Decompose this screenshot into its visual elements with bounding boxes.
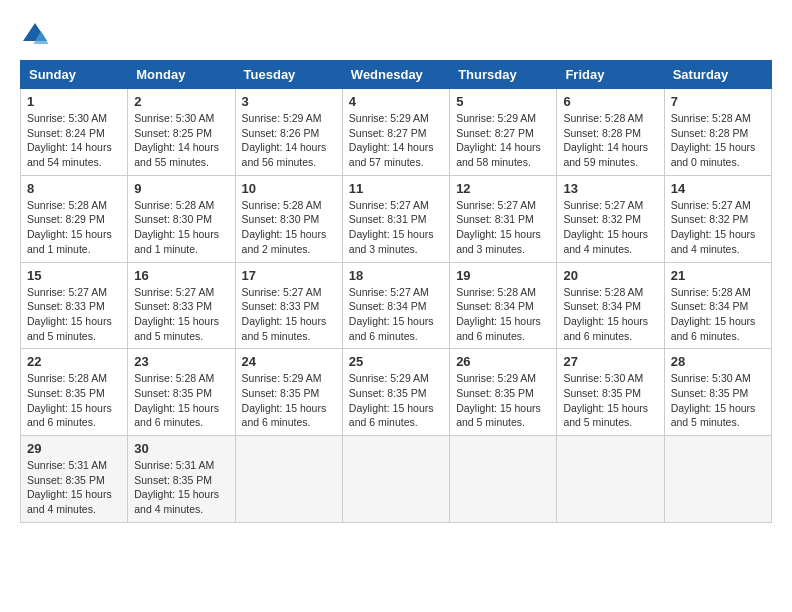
cell-line: and 3 minutes. — [456, 242, 550, 257]
cell-line: and 1 minute. — [134, 242, 228, 257]
cell-line: and 4 minutes. — [563, 242, 657, 257]
calendar-cell: 6Sunrise: 5:28 AMSunset: 8:28 PMDaylight… — [557, 89, 664, 176]
cell-line: and 5 minutes. — [27, 329, 121, 344]
logo-icon — [20, 20, 50, 50]
calendar-cell — [664, 436, 771, 523]
cell-line: Daylight: 15 hours — [134, 314, 228, 329]
cell-line: Sunrise: 5:27 AM — [27, 285, 121, 300]
weekday-header-thursday: Thursday — [450, 61, 557, 89]
cell-line: and 6 minutes. — [563, 329, 657, 344]
cell-content: Sunrise: 5:28 AMSunset: 8:29 PMDaylight:… — [27, 198, 121, 257]
cell-line: Daylight: 15 hours — [242, 401, 336, 416]
cell-content: Sunrise: 5:27 AMSunset: 8:33 PMDaylight:… — [134, 285, 228, 344]
cell-line: Sunrise: 5:31 AM — [134, 458, 228, 473]
cell-line: and 6 minutes. — [242, 415, 336, 430]
cell-line: Sunset: 8:25 PM — [134, 126, 228, 141]
cell-line: Sunrise: 5:29 AM — [349, 371, 443, 386]
day-number: 16 — [134, 268, 228, 283]
day-number: 18 — [349, 268, 443, 283]
calendar-week-row: 8Sunrise: 5:28 AMSunset: 8:29 PMDaylight… — [21, 175, 772, 262]
cell-content: Sunrise: 5:29 AMSunset: 8:35 PMDaylight:… — [456, 371, 550, 430]
day-number: 10 — [242, 181, 336, 196]
cell-line: Sunrise: 5:28 AM — [242, 198, 336, 213]
cell-line: Daylight: 15 hours — [456, 314, 550, 329]
calendar-header-row: SundayMondayTuesdayWednesdayThursdayFrid… — [21, 61, 772, 89]
cell-line: Sunrise: 5:28 AM — [134, 198, 228, 213]
cell-line: and 4 minutes. — [671, 242, 765, 257]
cell-content: Sunrise: 5:31 AMSunset: 8:35 PMDaylight:… — [134, 458, 228, 517]
cell-line: Daylight: 15 hours — [134, 487, 228, 502]
cell-line: Sunrise: 5:29 AM — [456, 371, 550, 386]
calendar-cell: 1Sunrise: 5:30 AMSunset: 8:24 PMDaylight… — [21, 89, 128, 176]
cell-line: Sunrise: 5:27 AM — [671, 198, 765, 213]
cell-content: Sunrise: 5:28 AMSunset: 8:35 PMDaylight:… — [134, 371, 228, 430]
cell-line: Daylight: 14 hours — [563, 140, 657, 155]
calendar-cell: 10Sunrise: 5:28 AMSunset: 8:30 PMDayligh… — [235, 175, 342, 262]
cell-line: Sunset: 8:28 PM — [563, 126, 657, 141]
cell-line: Sunrise: 5:28 AM — [671, 285, 765, 300]
calendar-cell: 13Sunrise: 5:27 AMSunset: 8:32 PMDayligh… — [557, 175, 664, 262]
cell-line: Sunrise: 5:28 AM — [27, 371, 121, 386]
day-number: 30 — [134, 441, 228, 456]
cell-line: Daylight: 15 hours — [27, 487, 121, 502]
calendar-cell: 27Sunrise: 5:30 AMSunset: 8:35 PMDayligh… — [557, 349, 664, 436]
day-number: 22 — [27, 354, 121, 369]
calendar-cell: 2Sunrise: 5:30 AMSunset: 8:25 PMDaylight… — [128, 89, 235, 176]
cell-line: Sunset: 8:34 PM — [349, 299, 443, 314]
cell-line: and 1 minute. — [27, 242, 121, 257]
cell-content: Sunrise: 5:28 AMSunset: 8:34 PMDaylight:… — [456, 285, 550, 344]
cell-line: Sunset: 8:35 PM — [242, 386, 336, 401]
day-number: 14 — [671, 181, 765, 196]
cell-line: Sunrise: 5:27 AM — [349, 198, 443, 213]
cell-line: and 5 minutes. — [242, 329, 336, 344]
calendar-cell: 29Sunrise: 5:31 AMSunset: 8:35 PMDayligh… — [21, 436, 128, 523]
cell-line: Daylight: 15 hours — [349, 401, 443, 416]
day-number: 26 — [456, 354, 550, 369]
cell-line: Daylight: 15 hours — [134, 227, 228, 242]
cell-line: and 4 minutes. — [27, 502, 121, 517]
cell-line: Daylight: 14 hours — [27, 140, 121, 155]
calendar-cell: 8Sunrise: 5:28 AMSunset: 8:29 PMDaylight… — [21, 175, 128, 262]
cell-line: Sunset: 8:34 PM — [456, 299, 550, 314]
cell-content: Sunrise: 5:28 AMSunset: 8:34 PMDaylight:… — [563, 285, 657, 344]
cell-line: and 4 minutes. — [134, 502, 228, 517]
cell-line: Daylight: 14 hours — [456, 140, 550, 155]
cell-line: Daylight: 15 hours — [671, 227, 765, 242]
calendar-week-row: 15Sunrise: 5:27 AMSunset: 8:33 PMDayligh… — [21, 262, 772, 349]
calendar-week-row: 1Sunrise: 5:30 AMSunset: 8:24 PMDaylight… — [21, 89, 772, 176]
calendar-cell: 22Sunrise: 5:28 AMSunset: 8:35 PMDayligh… — [21, 349, 128, 436]
cell-line: Sunset: 8:26 PM — [242, 126, 336, 141]
cell-content: Sunrise: 5:30 AMSunset: 8:35 PMDaylight:… — [563, 371, 657, 430]
cell-line: Daylight: 15 hours — [134, 401, 228, 416]
cell-content: Sunrise: 5:27 AMSunset: 8:31 PMDaylight:… — [349, 198, 443, 257]
cell-line: Sunset: 8:33 PM — [134, 299, 228, 314]
day-number: 23 — [134, 354, 228, 369]
cell-line: Daylight: 15 hours — [27, 314, 121, 329]
cell-line: Sunrise: 5:30 AM — [671, 371, 765, 386]
calendar-cell: 17Sunrise: 5:27 AMSunset: 8:33 PMDayligh… — [235, 262, 342, 349]
calendar-cell — [342, 436, 449, 523]
cell-line: Sunrise: 5:27 AM — [456, 198, 550, 213]
page-header — [20, 20, 772, 50]
cell-line: Sunset: 8:34 PM — [671, 299, 765, 314]
cell-line: and 6 minutes. — [134, 415, 228, 430]
cell-content: Sunrise: 5:28 AMSunset: 8:35 PMDaylight:… — [27, 371, 121, 430]
cell-content: Sunrise: 5:27 AMSunset: 8:33 PMDaylight:… — [242, 285, 336, 344]
day-number: 4 — [349, 94, 443, 109]
cell-content: Sunrise: 5:29 AMSunset: 8:27 PMDaylight:… — [349, 111, 443, 170]
cell-line: Sunrise: 5:27 AM — [563, 198, 657, 213]
weekday-header-wednesday: Wednesday — [342, 61, 449, 89]
cell-line: and 6 minutes. — [349, 415, 443, 430]
cell-line: Daylight: 14 hours — [134, 140, 228, 155]
calendar-cell: 9Sunrise: 5:28 AMSunset: 8:30 PMDaylight… — [128, 175, 235, 262]
cell-line: Sunrise: 5:29 AM — [242, 111, 336, 126]
cell-line: Daylight: 14 hours — [242, 140, 336, 155]
calendar-cell: 7Sunrise: 5:28 AMSunset: 8:28 PMDaylight… — [664, 89, 771, 176]
cell-line: and 6 minutes. — [671, 329, 765, 344]
cell-line: Sunrise: 5:28 AM — [563, 285, 657, 300]
day-number: 19 — [456, 268, 550, 283]
calendar-cell: 4Sunrise: 5:29 AMSunset: 8:27 PMDaylight… — [342, 89, 449, 176]
cell-content: Sunrise: 5:31 AMSunset: 8:35 PMDaylight:… — [27, 458, 121, 517]
cell-line: Sunrise: 5:28 AM — [563, 111, 657, 126]
day-number: 20 — [563, 268, 657, 283]
